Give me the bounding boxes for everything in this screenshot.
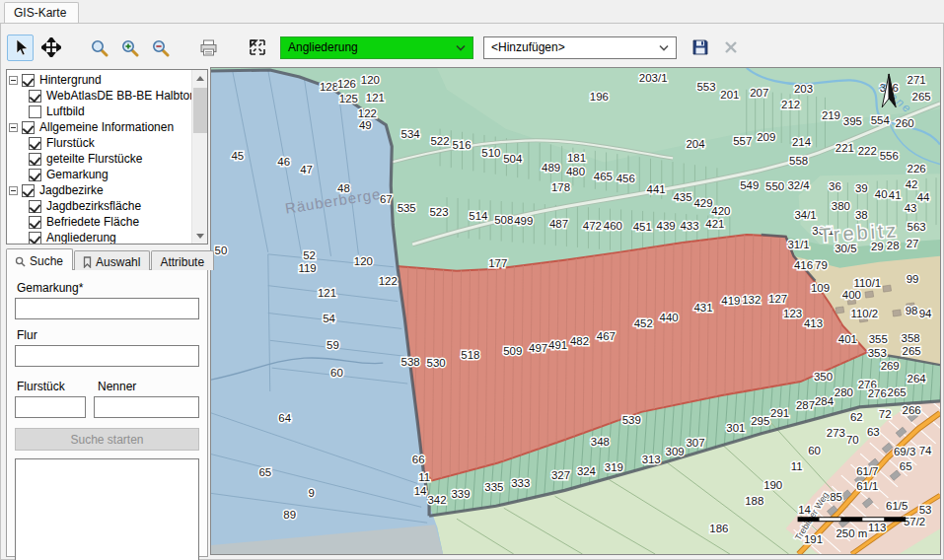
layer-checkbox[interactable] bbox=[29, 137, 41, 150]
svg-text:319: 319 bbox=[605, 462, 623, 474]
svg-text:47: 47 bbox=[300, 164, 313, 175]
print-button[interactable] bbox=[195, 35, 222, 61]
nenner-field[interactable] bbox=[94, 396, 199, 418]
tab-auswahl[interactable]: Auswahl bbox=[74, 250, 150, 270]
svg-text:295: 295 bbox=[751, 415, 769, 427]
svg-text:44: 44 bbox=[917, 191, 930, 203]
scrollbar-thumb[interactable] bbox=[193, 88, 207, 133]
svg-text:9: 9 bbox=[308, 487, 314, 499]
action-combo[interactable]: <Hinzufügen> bbox=[483, 36, 677, 59]
suche-starten-button[interactable]: Suche starten bbox=[15, 428, 199, 451]
svg-text:499: 499 bbox=[514, 215, 533, 227]
layer-checkbox[interactable] bbox=[29, 153, 41, 166]
gemarkung-field[interactable] bbox=[15, 298, 199, 319]
scroll-up-arrow-icon[interactable] bbox=[192, 70, 208, 86]
delete-button[interactable] bbox=[717, 35, 744, 61]
svg-text:467: 467 bbox=[597, 330, 616, 342]
svg-text:497: 497 bbox=[529, 342, 547, 354]
svg-text:214: 214 bbox=[792, 136, 812, 148]
tab-gis-karte[interactable]: GIS-Karte bbox=[4, 2, 79, 24]
save-button[interactable] bbox=[687, 35, 713, 61]
svg-text:121: 121 bbox=[366, 92, 385, 104]
bookmark-icon bbox=[83, 256, 92, 268]
svg-text:523: 523 bbox=[430, 206, 449, 218]
svg-text:265: 265 bbox=[888, 386, 907, 398]
tab-attribute[interactable]: Attribute bbox=[151, 250, 214, 270]
layer-tree-item[interactable]: Luftbild bbox=[9, 104, 190, 119]
svg-text:558: 558 bbox=[789, 155, 808, 167]
layer-checkbox[interactable] bbox=[29, 216, 41, 229]
svg-text:89: 89 bbox=[283, 509, 296, 521]
layer-checkbox[interactable] bbox=[29, 232, 41, 245]
svg-text:62: 62 bbox=[850, 411, 863, 423]
layer-label: WebAtlasDE BB-BE Halbton bbox=[46, 89, 196, 103]
main-area: HintergrundWebAtlasDE BB-BE HalbtonLuftb… bbox=[1, 67, 943, 559]
zoom-tool-button[interactable] bbox=[86, 35, 112, 61]
svg-text:269: 269 bbox=[881, 360, 900, 372]
layer-tree-item[interactable]: Hintergrund bbox=[9, 72, 190, 88]
svg-text:439: 439 bbox=[657, 220, 676, 232]
panel-tabs: Suche Auswahl Attribute bbox=[6, 248, 208, 270]
svg-text:196: 196 bbox=[590, 91, 609, 103]
layer-tree-item[interactable]: Angliederung bbox=[9, 230, 190, 245]
svg-text:451: 451 bbox=[633, 221, 652, 233]
layer-tree-item[interactable]: Jagdbezirke bbox=[9, 182, 190, 198]
select-tool-button[interactable] bbox=[7, 35, 34, 61]
fullscreen-button[interactable] bbox=[244, 35, 270, 61]
layer-checkbox[interactable] bbox=[29, 200, 41, 213]
svg-text:266: 266 bbox=[903, 404, 921, 416]
svg-text:14: 14 bbox=[414, 485, 427, 497]
svg-text:516: 516 bbox=[452, 140, 471, 152]
svg-text:94: 94 bbox=[919, 308, 932, 319]
svg-text:221: 221 bbox=[835, 142, 854, 154]
collapse-expander-icon[interactable] bbox=[9, 123, 18, 132]
layer-label: Angliederung bbox=[46, 231, 116, 245]
collapse-expander-icon[interactable] bbox=[9, 186, 18, 195]
layer-checkbox[interactable] bbox=[29, 90, 41, 103]
layer-tree-item[interactable]: Gemarkung bbox=[9, 167, 190, 182]
svg-text:276: 276 bbox=[868, 387, 887, 399]
svg-text:212: 212 bbox=[781, 99, 800, 110]
layer-combo[interactable]: Angliederung bbox=[280, 36, 473, 59]
layer-checkbox[interactable] bbox=[22, 184, 35, 197]
layer-tree-item[interactable]: Jagdbezirksfläche bbox=[9, 198, 190, 214]
zoom-in-tool-button[interactable] bbox=[116, 35, 143, 61]
layer-tree-item[interactable]: Allgemeine Informationen bbox=[9, 119, 190, 135]
layer-checkbox[interactable] bbox=[29, 105, 41, 118]
cursor-icon bbox=[12, 38, 30, 56]
layer-tree-panel: HintergrundWebAtlasDE BB-BE HalbtonLuftb… bbox=[6, 69, 208, 245]
layer-checkbox[interactable] bbox=[22, 121, 35, 134]
svg-text:201: 201 bbox=[720, 89, 739, 101]
svg-text:353: 353 bbox=[868, 347, 887, 359]
layer-tree-item[interactable]: Befriedete Fläche bbox=[9, 214, 190, 230]
layer-tree-item[interactable]: Flurstück bbox=[9, 135, 190, 151]
zoom-out-tool-button[interactable] bbox=[147, 35, 174, 61]
layer-checkbox[interactable] bbox=[22, 74, 35, 87]
layer-checkbox[interactable] bbox=[29, 169, 41, 181]
svg-text:480: 480 bbox=[566, 166, 585, 177]
layer-tree-item[interactable]: geteilte Flurstücke bbox=[9, 151, 190, 167]
tree-scrollbar[interactable] bbox=[191, 70, 207, 244]
tab-gis-karte-label: GIS-Karte bbox=[14, 6, 66, 20]
svg-text:504: 504 bbox=[503, 153, 523, 165]
flur-field[interactable] bbox=[15, 345, 199, 367]
collapse-expander-icon[interactable] bbox=[9, 76, 18, 85]
svg-text:456: 456 bbox=[617, 173, 635, 184]
tab-suche[interactable]: Suche bbox=[6, 248, 73, 270]
svg-text:120: 120 bbox=[361, 74, 380, 86]
svg-text:45: 45 bbox=[232, 150, 245, 162]
svg-text:132: 132 bbox=[742, 294, 761, 306]
nenner-label: Nenner bbox=[98, 380, 199, 393]
layer-label: geteilte Flurstücke bbox=[46, 152, 142, 166]
map-canvas[interactable]: 4546474849671281261201251211225052119120… bbox=[210, 67, 941, 555]
svg-text:421: 421 bbox=[705, 218, 724, 230]
svg-text:313: 313 bbox=[642, 454, 661, 465]
scroll-down-arrow-icon[interactable] bbox=[192, 228, 208, 244]
flurstueck-field[interactable] bbox=[15, 396, 86, 418]
flur-label: Flur bbox=[17, 328, 199, 342]
svg-text:508: 508 bbox=[494, 214, 513, 226]
layer-tree-item[interactable]: WebAtlasDE BB-BE Halbton bbox=[9, 88, 190, 104]
pan-tool-button[interactable] bbox=[37, 35, 64, 61]
search-results-list[interactable] bbox=[15, 458, 199, 560]
svg-text:482: 482 bbox=[570, 335, 589, 347]
